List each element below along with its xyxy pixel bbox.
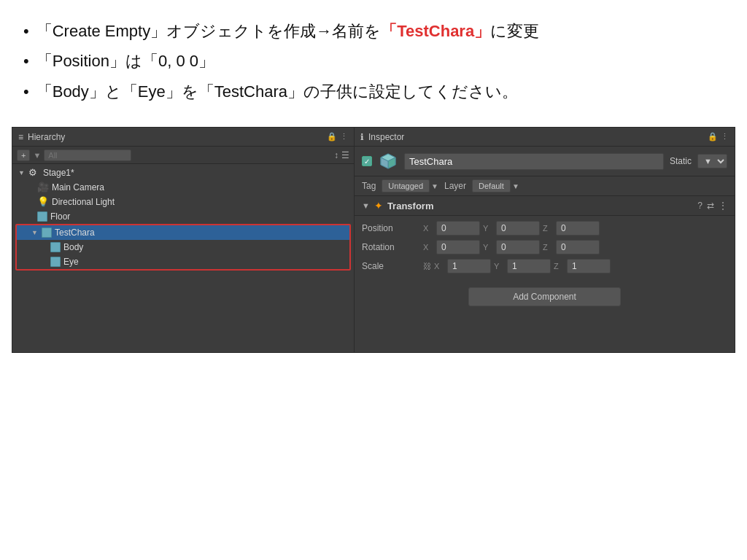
scale-link-icon: ⛓ [423,262,431,271]
floor-label: Floor [50,211,70,222]
position-row: Position X Y Z [362,219,727,238]
tag-layer-row: Tag Untagged ▼ Layer Default ▼ [355,176,735,196]
static-dropdown[interactable]: ▼ [697,154,727,168]
instruction-1-text: 「Create Empty」オブジェクトを作成→名前を「TestChara」に変… [36,18,539,44]
unity-editor: ≡ Hierarchy 🔒 ⋮ + ▼ ↕ ☰ ▼ ⚙ Stage1* [12,127,735,353]
add-component-button[interactable]: Add Component [468,287,621,306]
add-button[interactable]: + [17,149,30,161]
sort-icon: ↕ [334,150,338,160]
hierarchy-item-dir-light[interactable]: 💡 Directional Light [12,195,354,209]
eye-label: Eye [63,257,79,267]
scale-z-axis: Z [554,262,564,271]
scale-x-axis: X [434,262,444,271]
hierarchy-title: Hierarchy [28,132,65,142]
transform-settings-icon[interactable]: ⇄ [707,201,714,211]
transform-header: ▼ ✦ Transform ? ⇄ ⋮ [355,196,735,216]
static-label: Static [670,156,692,166]
body-cube-icon [50,242,61,252]
rotation-z-input[interactable] [556,240,600,254]
eye-cube-icon [50,257,61,267]
tag-value[interactable]: Untagged [382,179,430,192]
expand-arrow-stage1: ▼ [18,169,27,176]
transform-fields: Position X Y Z Rotation X Y Z [355,216,735,279]
inspector-content: ✓ Static ▼ Tag Untagged ▼ [355,147,735,352]
object-name-input[interactable] [404,153,664,170]
scale-z-input[interactable] [567,259,611,273]
hierarchy-content: ▼ ⚙ Stage1* 🎥 Main Camera 💡 Directional … [12,164,354,352]
instruction-2: 「Position」は「0, 0 0」 [23,47,724,74]
tag-dropdown-arrow: ▼ [431,182,438,190]
hierarchy-panel: ≡ Hierarchy 🔒 ⋮ + ▼ ↕ ☰ ▼ ⚙ Stage1* [12,127,355,353]
inspector-kebab-icon: ⋮ [721,132,729,141]
floor-cube-icon [37,211,47,222]
scale-y-axis: Y [494,262,504,271]
dir-light-label: Directional Light [52,197,115,207]
position-z-input[interactable] [556,221,600,236]
position-y-axis: Y [483,224,493,233]
rotation-x-input[interactable] [436,240,480,254]
tag-label: Tag [362,181,376,191]
rotation-x-axis: X [423,243,433,252]
instructions-area: 「Create Empty」オブジェクトを作成→名前を「TestChara」に変… [0,0,747,120]
scale-x-input[interactable] [447,259,491,273]
rotation-z-axis: Z [543,243,553,252]
rotation-y-axis: Y [483,243,493,252]
hierarchy-item-eye[interactable]: Eye [17,254,349,269]
transform-menu-icon[interactable]: ⋮ [719,201,727,211]
hierarchy-header: ≡ Hierarchy 🔒 ⋮ [12,128,354,147]
inspector-header: ℹ Inspector 🔒 ⋮ [355,128,735,147]
position-x-axis: X [423,224,433,233]
rotation-row: Rotation X Y Z [362,238,727,257]
layer-dropdown-arrow: ▼ [512,182,519,190]
body-label: Body [63,242,83,252]
transform-expand-arrow[interactable]: ▼ [362,201,370,210]
hierarchy-kebab-icon: ⋮ [340,132,348,141]
hierarchy-item-stage1[interactable]: ▼ ⚙ Stage1* [12,166,354,180]
inspector-panel: ℹ Inspector 🔒 ⋮ ✓ Static [355,127,735,353]
object-3d-icon [378,151,398,171]
transform-help-icon[interactable]: ? [697,201,703,211]
inspector-info-icon: ℹ [360,132,364,142]
inspector-obj-row: ✓ Static ▼ [355,147,735,176]
inspector-title: Inspector [368,132,404,142]
stage1-label: Stage1* [43,168,74,178]
active-checkbox[interactable]: ✓ [362,156,372,166]
hierarchy-search[interactable] [44,149,131,161]
testchara-cube-icon [42,228,52,238]
scale-label: Scale [362,261,420,271]
transform-icon: ✦ [374,200,383,211]
hierarchy-item-floor[interactable]: Floor [12,209,354,224]
position-x-input[interactable] [436,221,480,236]
position-z-axis: Z [543,224,553,233]
add-component-area: Add Component [355,279,735,315]
hierarchy-item-testchara[interactable]: ▼ TestChara [17,225,349,240]
rotation-y-input[interactable] [496,240,540,254]
instruction-1: 「Create Empty」オブジェクトを作成→名前を「TestChara」に変… [23,18,724,44]
hierarchy-item-body[interactable]: Body [17,240,349,254]
test-chara-group: ▼ TestChara Body Eye [15,224,351,271]
scale-row: Scale ⛓ X Y Z [362,257,727,276]
hierarchy-lock-icon: 🔒 [327,132,337,141]
testchara-label: TestChara [55,228,95,238]
hierarchy-item-main-camera[interactable]: 🎥 Main Camera [12,180,354,195]
hierarchy-menu-icon: ≡ [18,132,23,142]
rotation-label: Rotation [362,242,420,252]
light-icon: 💡 [37,196,49,208]
layer-value[interactable]: Default [472,179,511,192]
scale-y-input[interactable] [507,259,551,273]
inspector-lock-icon: 🔒 [708,132,718,141]
layer-label: Layer [444,181,466,191]
toolbar-separator: ▼ [33,151,41,160]
camera-icon: 🎥 [37,182,49,193]
position-label: Position [362,223,420,233]
main-camera-label: Main Camera [52,182,104,192]
instruction-3: 「Body」と「Eye」を「TestChara」の子供に設定してください。 [23,78,724,105]
transform-title: Transform [387,201,693,211]
hierarchy-toolbar: + ▼ ↕ ☰ [12,147,354,164]
scene-icon: ⚙ [28,167,40,179]
filter-icon: ☰ [341,150,349,160]
position-y-input[interactable] [496,221,540,236]
